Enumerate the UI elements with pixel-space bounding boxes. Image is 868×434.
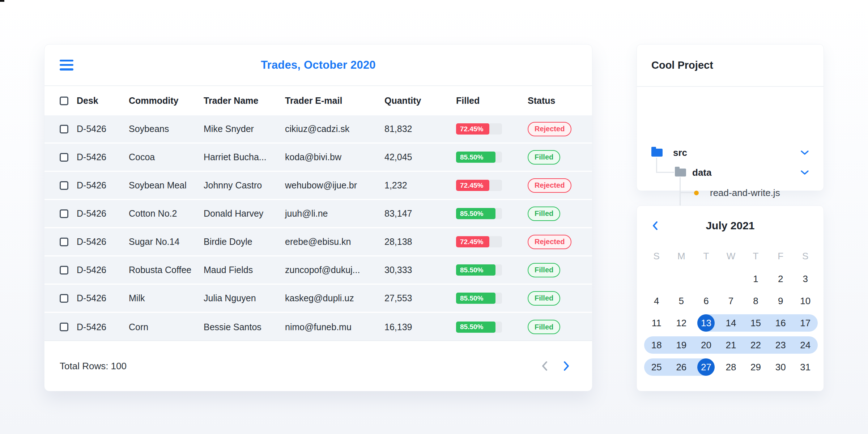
filled-progress-bar: 85.50% <box>456 293 502 304</box>
cell-commodity: Robusta Coffee <box>129 265 204 275</box>
status-badge: Rejected <box>528 122 571 136</box>
calendar-day[interactable]: 31 <box>793 358 818 376</box>
calendar-week-row: 25262728293031 <box>644 358 818 376</box>
cell-quantity: 30,333 <box>384 265 456 275</box>
calendar-day[interactable]: 25 <box>644 358 669 376</box>
cell-quantity: 1,232 <box>384 180 456 191</box>
calendar-day[interactable]: 27 <box>694 358 719 376</box>
table-row: D-5426Soybean MealJohnny Castrowehubow@i… <box>44 172 592 200</box>
cell-quantity: 42,045 <box>384 152 456 162</box>
calendar-day[interactable]: 16 <box>768 314 793 332</box>
cell-email: kaskeg@dupli.uz <box>285 293 384 303</box>
tree-file-read-and-write[interactable]: read-and-write.js <box>694 185 824 201</box>
screenshot-corner-artifact <box>0 0 4 2</box>
cell-email: cikiuz@cadzi.sk <box>285 124 384 134</box>
status-badge: Filled <box>528 207 560 221</box>
cell-quantity: 83,147 <box>384 208 456 219</box>
row-checkbox[interactable] <box>60 238 68 246</box>
cell-quantity: 16,139 <box>384 322 456 332</box>
select-all-checkbox[interactable] <box>60 97 68 105</box>
filled-progress-bar: 72.45% <box>456 180 502 191</box>
tree-node-src[interactable]: src <box>651 145 824 161</box>
cell-commodity: Corn <box>129 322 204 332</box>
menu-icon[interactable] <box>60 60 73 71</box>
chevron-left-icon <box>652 221 658 230</box>
cell-filled: 72.45% <box>456 180 528 191</box>
calendar-week-row: 45678910 <box>644 292 818 310</box>
calendar-day[interactable]: 4 <box>644 292 669 310</box>
row-checkbox[interactable] <box>60 153 68 162</box>
column-header-email: Trader E-mail <box>285 95 384 106</box>
tree-node-label: src <box>673 147 687 158</box>
progress-fill: 85.50% <box>456 264 495 276</box>
calendar-day[interactable]: 17 <box>793 314 818 332</box>
calendar-day[interactable]: 12 <box>669 314 694 332</box>
chevron-down-icon[interactable] <box>800 170 809 175</box>
table-footer: Total Rows: 100 <box>44 340 592 391</box>
calendar-day[interactable]: 14 <box>719 314 744 332</box>
row-checkbox[interactable] <box>60 209 68 218</box>
cell-status: Filled <box>528 207 577 221</box>
row-checkbox[interactable] <box>60 294 68 303</box>
row-checkbox[interactable] <box>60 125 68 133</box>
pagination <box>540 359 571 373</box>
filled-progress-bar: 85.50% <box>456 264 502 276</box>
row-checkbox[interactable] <box>60 181 68 190</box>
calendar-empty-cell <box>669 270 694 288</box>
cell-commodity: Cotton No.2 <box>129 208 204 219</box>
calendar-day[interactable]: 30 <box>768 358 793 376</box>
table-row: D-5426Sugar No.14Birdie Doyleerebe@ebisu… <box>44 228 592 256</box>
calendar-day[interactable]: 13 <box>694 314 719 332</box>
calendar-day[interactable]: 15 <box>743 314 768 332</box>
status-badge: Filled <box>528 291 560 306</box>
calendar-day[interactable]: 3 <box>793 270 818 288</box>
row-checkbox[interactable] <box>60 323 68 331</box>
column-header-desk: Desk <box>77 95 129 106</box>
trades-card-header: Trades, October 2020 <box>44 44 592 86</box>
tree-node-data[interactable]: data <box>675 165 824 180</box>
calendar-day[interactable]: 10 <box>793 292 818 310</box>
progress-fill: 85.50% <box>456 293 495 304</box>
calendar-day[interactable]: 24 <box>793 336 818 354</box>
calendar-day[interactable]: 29 <box>743 358 768 376</box>
calendar-day[interactable]: 5 <box>669 292 694 310</box>
cell-desk: D-5426 <box>77 265 129 275</box>
calendar-day[interactable]: 18 <box>644 336 669 354</box>
calendar-day[interactable]: 9 <box>768 292 793 310</box>
file-dot-icon <box>694 191 699 195</box>
calendar-day[interactable]: 19 <box>669 336 694 354</box>
progress-percent-label: 85.50% <box>456 294 483 302</box>
progress-percent-label: 85.50% <box>456 323 483 331</box>
calendar-day[interactable]: 21 <box>719 336 744 354</box>
prev-page-button[interactable] <box>540 359 549 373</box>
calendar-day[interactable]: 20 <box>694 336 719 354</box>
cell-filled: 85.50% <box>456 208 528 219</box>
cell-status: Rejected <box>528 235 577 249</box>
table-header-row: Desk Commodity Trader Name Trader E-mail… <box>44 86 592 115</box>
cell-trader: Birdie Doyle <box>204 237 285 247</box>
calendar-day[interactable]: 26 <box>669 358 694 376</box>
calendar-day[interactable]: 11 <box>644 314 669 332</box>
prev-month-button[interactable] <box>651 220 659 232</box>
calendar-day[interactable]: 7 <box>719 292 744 310</box>
calendar-grid: 1234567891011121314151617181920212223242… <box>644 270 818 376</box>
cell-commodity: Sugar No.14 <box>129 237 204 247</box>
calendar-day[interactable]: 1 <box>743 270 768 288</box>
calendar-day[interactable]: 22 <box>743 336 768 354</box>
calendar-day[interactable]: 23 <box>768 336 793 354</box>
file-tree: src data read-and-write.js authenticatio… <box>637 87 824 191</box>
chevron-down-icon[interactable] <box>800 150 809 155</box>
calendar-header: July 2021 <box>637 206 824 246</box>
progress-fill: 72.45% <box>456 180 489 191</box>
cell-quantity: 81,832 <box>384 124 456 134</box>
calendar-day[interactable]: 8 <box>743 292 768 310</box>
filled-progress-bar: 72.45% <box>456 123 502 135</box>
calendar-day[interactable]: 6 <box>694 292 719 310</box>
calendar-day[interactable]: 28 <box>719 358 744 376</box>
weekday-label: M <box>669 251 694 262</box>
calendar-day[interactable]: 2 <box>768 270 793 288</box>
progress-fill: 85.50% <box>456 152 495 163</box>
column-header-trader: Trader Name <box>204 95 285 106</box>
row-checkbox[interactable] <box>60 266 68 275</box>
next-page-button[interactable] <box>562 359 571 373</box>
